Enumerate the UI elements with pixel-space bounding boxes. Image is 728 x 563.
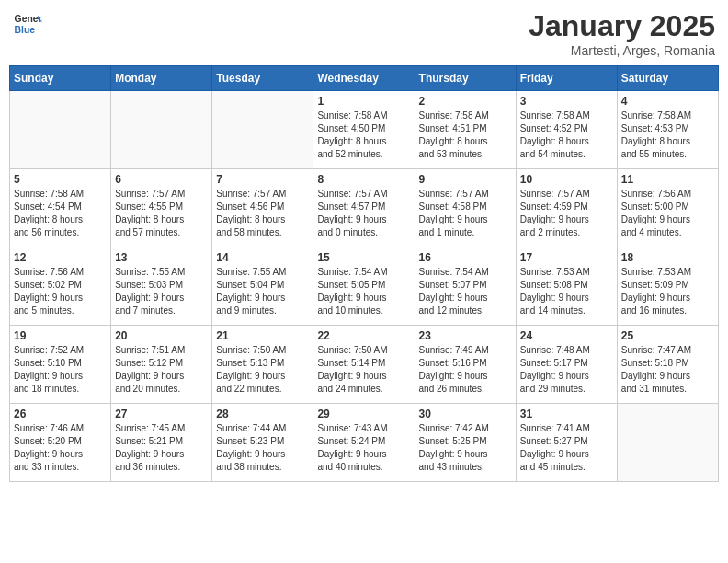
day-info: Sunrise: 7:46 AM Sunset: 5:20 PM Dayligh… [14,422,107,474]
day-number: 2 [419,95,512,108]
day-info: Sunrise: 7:58 AM Sunset: 4:53 PM Dayligh… [621,109,714,161]
day-number: 6 [115,173,208,186]
calendar-day-cell: 26Sunrise: 7:46 AM Sunset: 5:20 PM Dayli… [10,404,111,482]
calendar-week-row: 12Sunrise: 7:56 AM Sunset: 5:02 PM Dayli… [10,247,719,326]
calendar-day-cell: 15Sunrise: 7:54 AM Sunset: 5:05 PM Dayli… [313,247,415,326]
day-info: Sunrise: 7:49 AM Sunset: 5:16 PM Dayligh… [419,344,512,396]
calendar-day-cell: 18Sunrise: 7:53 AM Sunset: 5:09 PM Dayli… [617,247,718,326]
title-area: January 2025 Martesti, Arges, Romania [529,9,715,58]
day-info: Sunrise: 7:58 AM Sunset: 4:51 PM Dayligh… [419,109,512,161]
day-number: 9 [419,173,512,186]
day-number: 10 [520,173,613,186]
calendar-day-cell: 30Sunrise: 7:42 AM Sunset: 5:25 PM Dayli… [415,404,516,482]
calendar-day-cell: 1Sunrise: 7:58 AM Sunset: 4:50 PM Daylig… [313,91,415,169]
calendar-day-cell: 5Sunrise: 7:58 AM Sunset: 4:54 PM Daylig… [10,169,111,247]
day-info: Sunrise: 7:51 AM Sunset: 5:12 PM Dayligh… [115,344,208,396]
day-info: Sunrise: 7:53 AM Sunset: 5:08 PM Dayligh… [520,266,613,317]
calendar-day-cell: 12Sunrise: 7:56 AM Sunset: 5:02 PM Dayli… [10,247,111,326]
day-info: Sunrise: 7:58 AM Sunset: 4:54 PM Dayligh… [14,188,107,239]
calendar-day-cell: 3Sunrise: 7:58 AM Sunset: 4:52 PM Daylig… [516,91,617,169]
day-number: 19 [14,329,107,342]
day-info: Sunrise: 7:56 AM Sunset: 5:02 PM Dayligh… [14,266,107,317]
day-number: 25 [621,329,714,342]
day-info: Sunrise: 7:54 AM Sunset: 5:05 PM Dayligh… [317,266,410,317]
day-info: Sunrise: 7:48 AM Sunset: 5:17 PM Dayligh… [520,344,613,396]
calendar-day-cell: 10Sunrise: 7:57 AM Sunset: 4:59 PM Dayli… [516,169,617,247]
day-number: 15 [317,251,410,264]
day-number: 12 [14,251,107,264]
calendar-day-cell: 28Sunrise: 7:44 AM Sunset: 5:23 PM Dayli… [212,404,313,482]
day-number: 24 [520,329,613,342]
calendar-day-cell: 11Sunrise: 7:56 AM Sunset: 5:00 PM Dayli… [617,169,718,247]
calendar-day-cell [111,91,212,169]
day-info: Sunrise: 7:42 AM Sunset: 5:25 PM Dayligh… [419,422,512,474]
calendar-day-cell: 13Sunrise: 7:55 AM Sunset: 5:03 PM Dayli… [111,247,212,326]
day-number: 22 [317,329,410,342]
day-number: 3 [520,95,613,108]
day-number: 20 [115,329,208,342]
day-info: Sunrise: 7:47 AM Sunset: 5:18 PM Dayligh… [621,344,714,396]
day-info: Sunrise: 7:58 AM Sunset: 4:52 PM Dayligh… [520,109,613,161]
weekday-header-thursday: Thursday [415,66,516,91]
weekday-header-saturday: Saturday [617,66,718,91]
day-info: Sunrise: 7:57 AM Sunset: 4:56 PM Dayligh… [216,188,309,239]
day-number: 30 [419,408,512,420]
day-info: Sunrise: 7:54 AM Sunset: 5:07 PM Dayligh… [419,266,512,317]
day-number: 31 [520,408,613,420]
calendar-week-row: 26Sunrise: 7:46 AM Sunset: 5:20 PM Dayli… [10,404,719,482]
calendar-day-cell: 27Sunrise: 7:45 AM Sunset: 5:21 PM Dayli… [111,404,212,482]
calendar-day-cell [10,91,111,169]
calendar-day-cell: 14Sunrise: 7:55 AM Sunset: 5:04 PM Dayli… [212,247,313,326]
calendar-day-cell: 21Sunrise: 7:50 AM Sunset: 5:13 PM Dayli… [212,326,313,404]
calendar-title: January 2025 [529,9,715,43]
calendar-day-cell: 29Sunrise: 7:43 AM Sunset: 5:24 PM Dayli… [313,404,415,482]
calendar-day-cell: 8Sunrise: 7:57 AM Sunset: 4:57 PM Daylig… [313,169,415,247]
svg-text:Blue: Blue [15,25,36,35]
calendar-day-cell: 24Sunrise: 7:48 AM Sunset: 5:17 PM Dayli… [516,326,617,404]
calendar-day-cell: 31Sunrise: 7:41 AM Sunset: 5:27 PM Dayli… [516,404,617,482]
day-number: 21 [216,329,309,342]
weekday-header-monday: Monday [111,66,212,91]
day-info: Sunrise: 7:44 AM Sunset: 5:23 PM Dayligh… [216,422,309,474]
day-info: Sunrise: 7:50 AM Sunset: 5:13 PM Dayligh… [216,344,309,396]
weekday-header-friday: Friday [516,66,617,91]
calendar-day-cell: 16Sunrise: 7:54 AM Sunset: 5:07 PM Dayli… [415,247,516,326]
day-info: Sunrise: 7:58 AM Sunset: 4:50 PM Dayligh… [317,109,410,161]
calendar-subtitle: Martesti, Arges, Romania [529,43,715,58]
day-number: 16 [419,251,512,264]
calendar-week-row: 1Sunrise: 7:58 AM Sunset: 4:50 PM Daylig… [10,91,719,169]
day-number: 5 [14,173,107,186]
day-number: 8 [317,173,410,186]
calendar-day-cell: 20Sunrise: 7:51 AM Sunset: 5:12 PM Dayli… [111,326,212,404]
day-info: Sunrise: 7:55 AM Sunset: 5:03 PM Dayligh… [115,266,208,317]
day-info: Sunrise: 7:50 AM Sunset: 5:14 PM Dayligh… [317,344,410,396]
page-header: General Blue January 2025 Martesti, Arge… [9,9,719,58]
day-number: 18 [621,251,714,264]
day-info: Sunrise: 7:57 AM Sunset: 4:59 PM Dayligh… [520,188,613,239]
day-info: Sunrise: 7:53 AM Sunset: 5:09 PM Dayligh… [621,266,714,317]
calendar-day-cell: 22Sunrise: 7:50 AM Sunset: 5:14 PM Dayli… [313,326,415,404]
logo-icon: General Blue [13,9,42,39]
calendar-day-cell [617,404,718,482]
weekday-header-tuesday: Tuesday [212,66,313,91]
logo: General Blue [13,9,42,39]
day-info: Sunrise: 7:57 AM Sunset: 4:57 PM Dayligh… [317,188,410,239]
day-number: 11 [621,173,714,186]
calendar-week-row: 5Sunrise: 7:58 AM Sunset: 4:54 PM Daylig… [10,169,719,247]
calendar-day-cell: 2Sunrise: 7:58 AM Sunset: 4:51 PM Daylig… [415,91,516,169]
calendar-day-cell: 25Sunrise: 7:47 AM Sunset: 5:18 PM Dayli… [617,326,718,404]
weekday-header-row: SundayMondayTuesdayWednesdayThursdayFrid… [10,66,719,91]
day-number: 13 [115,251,208,264]
day-info: Sunrise: 7:57 AM Sunset: 4:58 PM Dayligh… [419,188,512,239]
day-info: Sunrise: 7:43 AM Sunset: 5:24 PM Dayligh… [317,422,410,474]
day-info: Sunrise: 7:52 AM Sunset: 5:10 PM Dayligh… [14,344,107,396]
day-number: 29 [317,408,410,420]
calendar-day-cell: 7Sunrise: 7:57 AM Sunset: 4:56 PM Daylig… [212,169,313,247]
day-info: Sunrise: 7:45 AM Sunset: 5:21 PM Dayligh… [115,422,208,474]
day-number: 1 [317,95,410,108]
calendar-day-cell: 6Sunrise: 7:57 AM Sunset: 4:55 PM Daylig… [111,169,212,247]
calendar-week-row: 19Sunrise: 7:52 AM Sunset: 5:10 PM Dayli… [10,326,719,404]
day-info: Sunrise: 7:55 AM Sunset: 5:04 PM Dayligh… [216,266,309,317]
calendar-table: SundayMondayTuesdayWednesdayThursdayFrid… [9,65,719,482]
weekday-header-wednesday: Wednesday [313,66,415,91]
